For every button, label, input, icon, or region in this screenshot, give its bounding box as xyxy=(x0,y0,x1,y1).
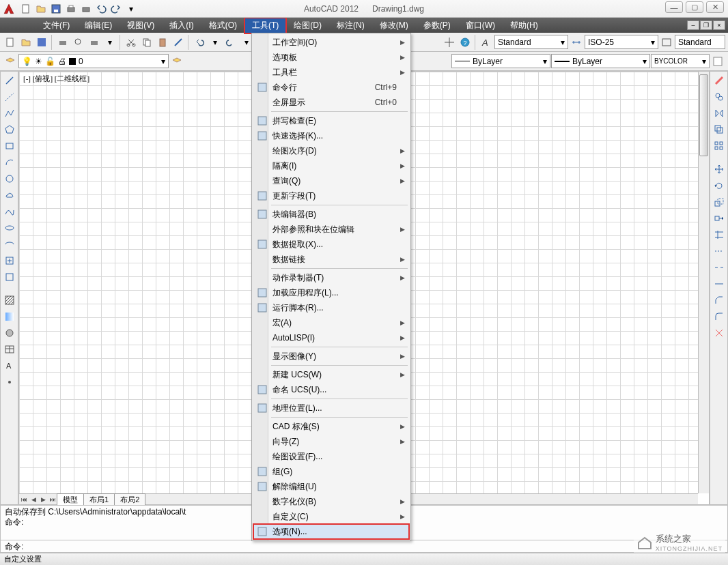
region-icon[interactable] xyxy=(2,325,17,341)
move-icon[interactable] xyxy=(712,162,727,177)
trim-icon[interactable] xyxy=(712,227,727,242)
ellipse-icon[interactable] xyxy=(2,220,17,235)
menu-item-查询(Q)[interactable]: 查询(Q)▶ xyxy=(253,173,409,188)
qat-print-icon[interactable] xyxy=(64,2,78,16)
menu-item-拼写检查(E)[interactable]: 拼写检查(E) xyxy=(253,113,409,128)
menu-item-数字化仪(B)[interactable]: 数字化仪(B)▶ xyxy=(253,494,409,509)
qat-new-icon[interactable] xyxy=(19,2,33,16)
qat-open-icon[interactable] xyxy=(34,2,48,16)
mdi-minimize-button[interactable]: – xyxy=(687,20,699,30)
menu-item-AutoLISP(I)[interactable]: AutoLISP(I)▶ xyxy=(253,330,409,345)
menu-item-宏(A)[interactable]: 宏(A)▶ xyxy=(253,315,409,330)
dim-style-icon[interactable] xyxy=(569,35,584,50)
help-icon[interactable]: ? xyxy=(458,35,473,50)
erase-icon[interactable] xyxy=(712,73,727,88)
menu-item-选项板[interactable]: 选项板▶ xyxy=(253,50,409,65)
menu-item-绘图次序(D)[interactable]: 绘图次序(D)▶ xyxy=(253,143,409,158)
dim-style-combo[interactable]: ISO-25▾ xyxy=(585,35,658,49)
construction-line-icon[interactable] xyxy=(2,89,17,104)
point-icon[interactable] xyxy=(2,375,17,390)
array-icon[interactable] xyxy=(712,139,727,154)
3dprint-icon[interactable]: ▾ xyxy=(102,35,117,50)
hatch-icon[interactable] xyxy=(2,293,17,308)
mdi-restore-button[interactable]: ❐ xyxy=(700,20,712,30)
circle-icon[interactable] xyxy=(2,171,17,186)
cut-icon[interactable] xyxy=(124,35,139,50)
menu-item-数据提取(X)...[interactable]: 数据提取(X)... xyxy=(253,237,409,252)
menu-item-地理位置(L)...[interactable]: 地理位置(L)... xyxy=(253,401,409,416)
color-control-icon[interactable] xyxy=(710,54,725,69)
undo-drop-icon[interactable]: ▾ xyxy=(208,35,223,50)
open-icon[interactable] xyxy=(18,35,33,50)
menu-item-自定义(C)[interactable]: 自定义(C)▶ xyxy=(253,509,409,524)
redo-icon[interactable] xyxy=(223,35,238,50)
menu-文件(F)[interactable]: 文件(F) xyxy=(36,18,77,33)
revision-cloud-icon[interactable] xyxy=(2,188,17,203)
tab-layout2[interactable]: 布局2 xyxy=(114,493,145,506)
rotate-icon[interactable] xyxy=(712,178,727,193)
menu-item-CAD 标准(S)[interactable]: CAD 标准(S)▶ xyxy=(253,419,409,434)
close-button[interactable]: ✕ xyxy=(706,1,724,13)
menu-item-工具栏[interactable]: 工具栏▶ xyxy=(253,65,409,80)
arc-icon[interactable] xyxy=(2,155,17,170)
join-icon[interactable] xyxy=(712,276,727,291)
menu-item-运行脚本(R)...[interactable]: 运行脚本(R)... xyxy=(253,300,409,315)
menu-标注(N)[interactable]: 标注(N) xyxy=(329,18,372,33)
menu-item-组(G)[interactable]: 组(G) xyxy=(253,464,409,479)
multiline-text-icon[interactable]: A xyxy=(2,358,17,373)
undo-icon[interactable] xyxy=(192,35,207,50)
app-logo-icon[interactable] xyxy=(0,0,18,18)
qat-undo-icon[interactable] xyxy=(94,2,108,16)
menu-item-快速选择(K)...[interactable]: 快速选择(K)... xyxy=(253,128,409,143)
mdi-close-button[interactable]: × xyxy=(713,20,725,30)
menu-item-选项(N)...[interactable]: 选项(N)... xyxy=(253,524,409,539)
ellipse-arc-icon[interactable] xyxy=(2,237,17,252)
table-icon[interactable] xyxy=(2,342,17,357)
fillet-icon[interactable] xyxy=(712,309,727,324)
copy-icon[interactable] xyxy=(139,35,154,50)
qat-dropdown-icon[interactable]: ▾ xyxy=(124,2,138,16)
line-icon[interactable] xyxy=(2,73,17,88)
break-icon[interactable] xyxy=(712,260,727,275)
menu-窗口(W)[interactable]: 窗口(W) xyxy=(458,18,503,33)
menu-item-向导(Z)[interactable]: 向导(Z)▶ xyxy=(253,434,409,449)
preview-icon[interactable] xyxy=(71,35,86,50)
extend-icon[interactable] xyxy=(712,244,727,259)
vscroll-thumb[interactable] xyxy=(699,74,708,156)
save-icon[interactable] xyxy=(34,35,49,50)
menu-item-隔离(I)[interactable]: 隔离(I)▶ xyxy=(253,158,409,173)
viewport-label[interactable]: [-] [俯视] [二维线框] xyxy=(23,74,89,84)
bylayer-combo-2[interactable]: ByLayer▾ xyxy=(551,54,650,68)
menu-item-外部参照和块在位编辑[interactable]: 外部参照和块在位编辑▶ xyxy=(253,222,409,237)
menu-item-动作录制器(T)[interactable]: 动作录制器(T)▶ xyxy=(253,270,409,285)
menu-绘图(D)[interactable]: 绘图(D) xyxy=(286,18,329,33)
menu-item-更新字段(T)[interactable]: 更新字段(T) xyxy=(253,188,409,203)
menu-工具(T)[interactable]: 工具(T) xyxy=(244,18,286,33)
copy-obj-icon[interactable] xyxy=(712,89,727,104)
menu-item-加载应用程序(L)...[interactable]: 加载应用程序(L)... xyxy=(253,285,409,300)
rectangle-icon[interactable] xyxy=(2,139,17,154)
qat-plot-icon[interactable] xyxy=(79,2,93,16)
layer-props-icon[interactable] xyxy=(3,54,18,69)
polygon-icon[interactable] xyxy=(2,122,17,137)
menu-修改(M)[interactable]: 修改(M) xyxy=(372,18,416,33)
gradient-icon[interactable] xyxy=(2,309,17,324)
tab-next-icon[interactable]: ▶ xyxy=(38,495,48,504)
menu-item-块编辑器(B)[interactable]: 块编辑器(B) xyxy=(253,207,409,222)
menu-item-数据链接[interactable]: 数据链接▶ xyxy=(253,252,409,267)
layer-tools-icon[interactable] xyxy=(169,54,184,69)
text-style-combo[interactable]: Standard▾ xyxy=(494,35,568,49)
menu-item-显示图像(Y)[interactable]: 显示图像(Y)▶ xyxy=(253,349,409,364)
layer-combo[interactable]: 💡 ☀ 🔓 🖨 0 ▾ xyxy=(18,54,169,68)
maximize-button[interactable]: ▢ xyxy=(686,1,703,13)
publish-icon[interactable] xyxy=(87,35,102,50)
bylayer-combo-1[interactable]: ByLayer▾ xyxy=(451,54,550,68)
new-icon[interactable] xyxy=(3,35,18,50)
table-style-combo[interactable]: Standard xyxy=(675,35,725,49)
menu-item-全屏显示[interactable]: 全屏显示Ctrl+0 xyxy=(253,95,409,110)
match-icon[interactable] xyxy=(171,35,186,50)
tab-model[interactable]: 模型 xyxy=(57,493,84,506)
menu-item-解除编组(U)[interactable]: 解除编组(U) xyxy=(253,479,409,494)
explode-icon[interactable] xyxy=(712,325,727,341)
minimize-button[interactable]: — xyxy=(665,1,683,13)
